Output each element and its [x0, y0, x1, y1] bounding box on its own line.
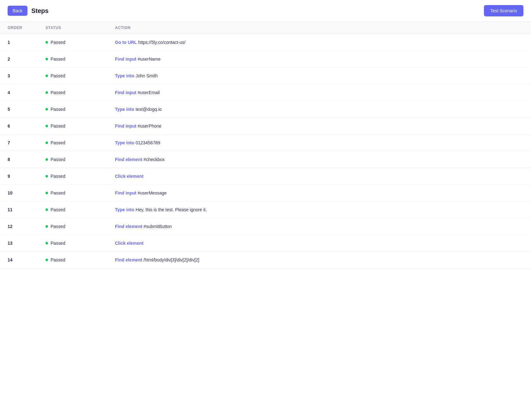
status-dot-icon: [45, 225, 48, 228]
status-cell: Passed: [45, 190, 115, 195]
status-cell: Passed: [45, 224, 115, 229]
status-text: Passed: [51, 90, 65, 95]
action-cell: Type intoJohn Smith: [115, 73, 523, 78]
table-row: 3PassedType intoJohn Smith: [0, 68, 531, 84]
status-text: Passed: [51, 157, 65, 162]
order-cell: 6: [8, 123, 45, 129]
status-text: Passed: [51, 123, 65, 129]
action-keyword: Find input: [115, 190, 136, 195]
action-keyword: Find input: [115, 90, 136, 95]
table-row: 11PassedType intoHey, this is the test. …: [0, 201, 531, 218]
status-dot-icon: [45, 75, 48, 77]
table-row: 14PassedFind element/html/body/div[3]/di…: [0, 252, 531, 268]
action-keyword: Find element: [115, 224, 142, 229]
action-value: #submitButton: [143, 224, 172, 229]
status-cell: Passed: [45, 241, 115, 246]
action-value: #userPhone: [138, 123, 162, 129]
action-value: #userName: [138, 57, 160, 62]
action-keyword: Type into: [115, 207, 134, 212]
order-cell: 4: [8, 90, 45, 95]
table-row: 5PassedType intotest@dogq.io: [0, 101, 531, 118]
status-dot-icon: [45, 41, 48, 44]
status-text: Passed: [51, 107, 65, 112]
table-body: 1PassedGo to URLhttps://5ly.co/contact-u…: [0, 34, 531, 268]
table-header: ORDER STATUS ACTION: [0, 22, 531, 34]
status-cell: Passed: [45, 107, 115, 112]
test-scenario-button[interactable]: Test Scenario: [484, 5, 523, 16]
order-cell: 13: [8, 241, 45, 246]
action-keyword: Type into: [115, 140, 134, 145]
action-value: 0123456789: [136, 140, 160, 145]
order-cell: 9: [8, 174, 45, 179]
status-text: Passed: [51, 207, 65, 212]
status-cell: Passed: [45, 257, 115, 262]
status-text: Passed: [51, 224, 65, 229]
status-cell: Passed: [45, 40, 115, 45]
status-text: Passed: [51, 257, 65, 262]
status-text: Passed: [51, 73, 65, 78]
order-cell: 3: [8, 73, 45, 78]
table-row: 4PassedFind input#userEmail: [0, 84, 531, 101]
action-value: Hey, this is the test. Please ignore it.: [136, 207, 207, 212]
status-dot-icon: [45, 242, 48, 244]
status-dot-icon: [45, 91, 48, 94]
page-container: Back Steps Test Scenario ORDER STATUS AC…: [0, 0, 531, 420]
status-dot-icon: [45, 141, 48, 144]
action-value: #userEmail: [138, 90, 160, 95]
action-cell: Type intoHey, this is the test. Please i…: [115, 207, 523, 212]
action-keyword: Type into: [115, 73, 134, 78]
status-dot-icon: [45, 192, 48, 194]
order-cell: 7: [8, 140, 45, 145]
col-order: ORDER: [8, 26, 45, 30]
status-dot-icon: [45, 175, 48, 177]
status-text: Passed: [51, 241, 65, 246]
action-cell: Click element: [115, 174, 523, 179]
status-cell: Passed: [45, 57, 115, 62]
status-dot-icon: [45, 108, 48, 111]
order-cell: 8: [8, 157, 45, 162]
action-cell: Find input#userName: [115, 57, 523, 62]
page-title: Steps: [31, 7, 48, 15]
action-keyword: Click element: [115, 174, 143, 179]
action-cell: Find element/html/body/div[3]/div[2]/div…: [115, 257, 523, 262]
status-cell: Passed: [45, 140, 115, 145]
status-cell: Passed: [45, 123, 115, 129]
action-keyword: Find element: [115, 257, 142, 262]
header-left: Back Steps: [8, 6, 49, 16]
action-value: https://5ly.co/contact-us/: [138, 40, 185, 45]
status-cell: Passed: [45, 157, 115, 162]
status-cell: Passed: [45, 73, 115, 78]
table-row: 7PassedType into0123456789: [0, 135, 531, 151]
steps-table: ORDER STATUS ACTION 1PassedGo to URLhttp…: [0, 22, 531, 268]
status-text: Passed: [51, 140, 65, 145]
status-text: Passed: [51, 190, 65, 195]
action-cell: Type intotest@dogq.io: [115, 107, 523, 112]
status-dot-icon: [45, 158, 48, 161]
order-cell: 1: [8, 40, 45, 45]
action-keyword: Go to URL: [115, 40, 137, 45]
back-button[interactable]: Back: [8, 6, 27, 16]
table-row: 6PassedFind input#userPhone: [0, 118, 531, 135]
order-cell: 14: [8, 257, 45, 262]
order-cell: 12: [8, 224, 45, 229]
action-value: John Smith: [136, 73, 158, 78]
status-text: Passed: [51, 174, 65, 179]
order-cell: 2: [8, 57, 45, 62]
status-cell: Passed: [45, 207, 115, 212]
action-keyword: Find input: [115, 123, 136, 129]
status-text: Passed: [51, 57, 65, 62]
table-row: 2PassedFind input#userName: [0, 51, 531, 68]
action-value: #checkbox: [143, 157, 165, 162]
action-cell: Go to URLhttps://5ly.co/contact-us/: [115, 40, 523, 45]
table-row: 13PassedClick element: [0, 235, 531, 252]
table-row: 8PassedFind element#checkbox: [0, 151, 531, 168]
order-cell: 5: [8, 107, 45, 112]
action-cell: Find element#submitButton: [115, 224, 523, 229]
action-keyword: Type into: [115, 107, 134, 112]
header: Back Steps Test Scenario: [0, 0, 531, 22]
action-value: /html/body/div[3]/div[2]/div[2]: [143, 257, 199, 262]
order-cell: 11: [8, 207, 45, 212]
action-value: #userMessage: [138, 190, 167, 195]
table-row: 10PassedFind input#userMessage: [0, 185, 531, 201]
action-keyword: Find element: [115, 157, 142, 162]
